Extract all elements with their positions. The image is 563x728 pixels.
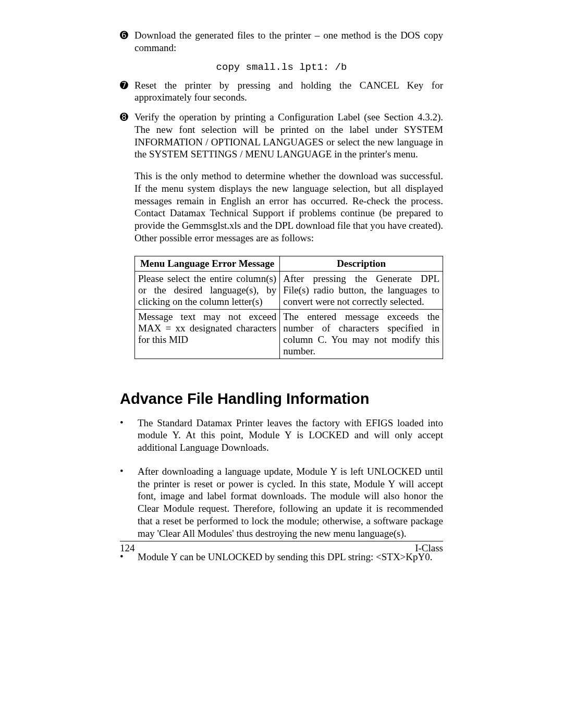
bullet-text: After downloading a language update, Mod… [138,465,443,540]
list-item: • After downloading a language update, M… [120,465,443,540]
page: ➏ Download the generated files to the pr… [0,0,563,728]
step-6-text: Download the generated files to the prin… [134,29,443,54]
content-area: ➏ Download the generated files to the pr… [120,29,443,563]
table-cell-description: The entered message exceeds the number o… [280,309,443,359]
bullet-text: The Standard Datamax Printer leaves the … [138,417,443,454]
step-7-marker: ➐ [120,79,134,104]
step-7: ➐ Reset the printer by pressing and hold… [120,79,443,104]
page-number: 124 [120,542,135,554]
step-7-text: Reset the printer by pressing and holdin… [134,79,443,104]
table-row: Please select the entire column(s) or th… [135,271,443,309]
step-6-marker: ➏ [120,29,134,54]
step-8-text: Verify the operation by printing a Confi… [134,111,443,161]
followup-paragraph: This is the only method to determine whe… [134,170,443,244]
table-cell-description: After pressing the Generate DPL File(s) … [280,271,443,309]
table-row: Message text may not exceed MAX = xx des… [135,309,443,359]
numbered-steps-cont: ➐ Reset the printer by pressing and hold… [120,79,443,161]
table-cell-message: Please select the entire column(s) or th… [135,271,280,309]
table-header-message: Menu Language Error Message [135,256,280,271]
table-cell-message: Message text may not exceed MAX = xx des… [135,309,280,359]
step-8: ➑ Verify the operation by printing a Con… [120,111,443,161]
list-item: • The Standard Datamax Printer leaves th… [120,417,443,454]
bullet-icon: • [120,465,138,540]
step-8-marker: ➑ [120,111,134,161]
table-header-row: Menu Language Error Message Description [135,256,443,271]
code-line: copy small.ls lpt1: /b [120,61,443,73]
step-6: ➏ Download the generated files to the pr… [120,29,443,54]
footer-label: I-Class [415,542,443,554]
error-message-table: Menu Language Error Message Description … [134,256,443,359]
table-header-description: Description [280,256,443,271]
section-heading: Advance File Handling Information [120,390,443,408]
page-footer: 124 I-Class [120,541,443,554]
numbered-steps: ➏ Download the generated files to the pr… [120,29,443,54]
bullet-icon: • [120,417,138,454]
